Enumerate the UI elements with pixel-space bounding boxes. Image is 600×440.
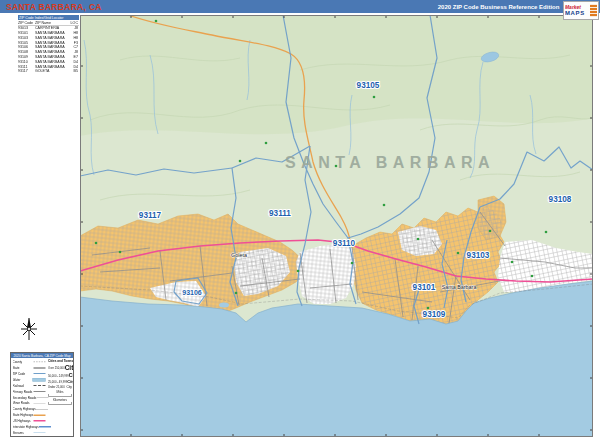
zip-index-table-inner: ZIP Code Index/Grid Locator ZIP Code ZIP… [18,15,79,73]
scale-kilometers: Kilometers [48,399,72,405]
miles-scale-bar [49,394,72,397]
brand-top-label: Market [565,5,579,8]
city-label: Santa Barbara [442,284,477,290]
scale-miles: Miles [48,391,72,397]
minor-roads-swatch [34,403,46,404]
zip-label: 93111 [269,209,291,218]
table-row: 93117GOLETAB5 [18,68,79,73]
water-swatch [33,378,46,382]
state-highways-swatch [34,414,46,416]
brand-bottom-label: MAPS [565,10,580,14]
kilometers-scale-bar [49,402,72,405]
brand-logo: Market MAPS [563,1,599,20]
city-label: Goleta [231,252,247,258]
page-title: SANTA BARBARA, CA [6,0,102,13]
brand-logo-text: Market MAPS [565,5,590,17]
secondary-roads-swatch [36,397,48,398]
map-canvas: SANTA BARBARA 93105 93108 93117 93111 93… [80,15,593,437]
railroad-swatch [34,385,46,386]
zip-label: 93103 [467,251,490,260]
legend-item: Streams [13,430,46,436]
col-header-zip-code: ZIP Code [18,20,35,25]
region-label: SANTA BARBARA [285,154,495,171]
county-line-swatch [34,362,46,363]
city-size-row: Under 25,000City [48,384,72,389]
city-size-row: Over 250,000City [48,364,72,372]
zip-label: 93106 [182,289,202,296]
col-header-zip-name: ZIP Name [35,20,69,25]
map-area: SANTA BARBARA 93105 93108 93117 93111 93… [80,15,593,437]
legend-title: 2020 Santa Barbara, CA ZIP Code Map [11,353,73,358]
zip-label: 93110 [333,239,356,248]
legend-panel: 2020 Santa Barbara, CA ZIP Code Map Coun… [10,352,74,437]
county-highways-swatch [36,409,48,410]
streams-swatch [34,432,46,433]
legend-cities: Cities and Towns Over 250,000City 50,000… [48,359,72,436]
legend-inner: 2020 Santa Barbara, CA ZIP Code Map Coun… [11,353,73,436]
north-arrow-icon [16,316,42,342]
logo-badge [590,4,597,17]
zip-label: 93117 [139,211,162,220]
zip-label: 93109 [423,310,446,319]
edition-label-wrap: 2020 ZIP Code Business Reference Edition [346,0,559,13]
primary-roads-swatch [34,391,46,392]
edition-label: 2020 ZIP Code Business Reference Edition [437,3,559,10]
col-header-loc: LOC [69,20,78,25]
state-line-swatch [34,367,46,368]
zip-index-table: ZIP Code Index/Grid Locator ZIP Code ZIP… [18,15,79,132]
zip-label: 93101 [413,283,436,292]
legend-symbols: County State ZIP Code Water Railroad Pri… [13,359,46,436]
zip-label: 93105 [357,81,380,90]
zip-label: 93108 [549,195,572,204]
zip-line-swatch [34,373,46,374]
us-highways-swatch [34,420,46,422]
